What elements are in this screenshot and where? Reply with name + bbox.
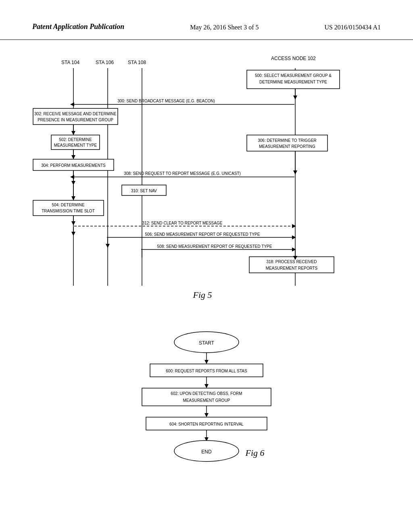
svg-text:MEASUREMENT REPORTING: MEASUREMENT REPORTING: [259, 144, 315, 149]
diagram-area: STA 104 STA 106 STA 108 ACCESS NODE 102 …: [0, 40, 413, 528]
svg-marker-59: [204, 413, 209, 417]
svg-text:508: SEND MEASUREMENT REPORT O: 508: SEND MEASUREMENT REPORT OF REQUESTE…: [157, 244, 272, 249]
svg-marker-31: [71, 221, 75, 225]
svg-marker-16: [71, 155, 75, 159]
sta106-label: STA 106: [96, 60, 114, 65]
box-302: [33, 108, 118, 125]
svg-text:304: PERFORM MEASUREMENTS: 304: PERFORM MEASUREMENTS: [41, 163, 106, 168]
svg-text:DETERMINE MEASUREMENT TYPE: DETERMINE MEASUREMENT TYPE: [259, 80, 327, 84]
header-date-sheet: May 26, 2016 Sheet 3 of 5: [190, 22, 259, 31]
access-node-label: ACCESS NODE 102: [271, 56, 316, 61]
sta104-label: STA 104: [61, 60, 79, 65]
box-318: [249, 257, 334, 273]
svg-marker-24: [71, 181, 75, 185]
svg-text:306: DETERMINE TO TRIGGER: 306: DETERMINE TO TRIGGER: [258, 138, 317, 143]
svg-marker-41: [106, 244, 110, 248]
svg-text:300: SEND BROADCAST MESSAGE (E: 300: SEND BROADCAST MESSAGE (E.G. BEACON…: [117, 99, 215, 103]
svg-marker-19: [293, 170, 297, 175]
svg-text:END: END: [201, 449, 212, 455]
svg-text:500: SELECT MEASUREMENT GROUP : 500: SELECT MEASUREMENT GROUP &: [255, 73, 332, 78]
fig5-diagram: STA 104 STA 106 STA 108 ACCESS NODE 102 …: [29, 52, 384, 326]
svg-marker-55: [204, 384, 209, 388]
box-500: [247, 70, 340, 89]
page: Patent Application Publication May 26, 2…: [0, 0, 413, 532]
svg-text:602: UPON DETECTING OBSS, FORM: 602: UPON DETECTING OBSS, FORM: [171, 391, 242, 396]
svg-marker-3: [293, 96, 297, 100]
sta108-label: STA 108: [128, 60, 146, 65]
svg-text:302: RECEIVE MESSAGE AND DETER: 302: RECEIVE MESSAGE AND DETERMINE: [34, 112, 117, 116]
svg-text:MEASUREMENT TYPE: MEASUREMENT TYPE: [54, 143, 97, 148]
svg-marker-5: [70, 102, 74, 106]
svg-text:604: SHORTEN REPORTING INTERVA: 604: SHORTEN REPORTING INTERVAL: [169, 422, 244, 426]
svg-text:PRESENCE IN MEASUREMENT GROUP: PRESENCE IN MEASUREMENT GROUP: [38, 118, 113, 122]
svg-text:502: DETERMINE: 502: DETERMINE: [59, 137, 92, 142]
svg-text:310: SET NAV: 310: SET NAV: [131, 189, 157, 193]
header-patent-number: US 2016/0150434 A1: [324, 22, 381, 31]
box-602: [142, 388, 271, 406]
svg-text:506: SEND MEASUREMENT REPORT O: 506: SEND MEASUREMENT REPORT OF REQUESTE…: [145, 232, 260, 237]
svg-text:600: REQUEST REPORTS FROM ALL : 600: REQUEST REPORTS FROM ALL STAS: [166, 369, 247, 373]
fig6-diagram: START 600: REQUEST REPORTS FROM ALL STAS…: [106, 326, 307, 511]
svg-marker-52: [204, 360, 209, 364]
svg-text:START: START: [199, 340, 215, 346]
svg-text:MEASUREMENT GROUP: MEASUREMENT GROUP: [183, 398, 230, 403]
svg-text:504: DETERMINE: 504: DETERMINE: [52, 203, 84, 207]
svg-text:MEASUREMENT REPORTS: MEASUREMENT REPORTS: [266, 266, 318, 270]
fig5-label: Fig 5: [192, 290, 212, 300]
svg-marker-36: [71, 232, 75, 236]
svg-text:TRANSMISSION TIME SLOT: TRANSMISSION TIME SLOT: [42, 209, 95, 213]
box-306: [247, 135, 327, 151]
svg-marker-10: [71, 131, 75, 135]
svg-text:318: PROCESS RECEIVED: 318: PROCESS RECEIVED: [266, 260, 317, 264]
header-title: Patent Application Publication: [32, 22, 124, 31]
svg-text:312: SEND CLEAR TO REPORT MESS: 312: SEND CLEAR TO REPORT MESSAGE: [142, 221, 223, 225]
fig6-label: Fig 6: [245, 448, 264, 458]
svg-marker-27: [71, 196, 75, 200]
svg-text:308: SEND REQUEST TO REPORT ME: 308: SEND REQUEST TO REPORT MESSAGE (E.G…: [124, 171, 241, 176]
header: Patent Application Publication May 26, 2…: [0, 0, 413, 40]
